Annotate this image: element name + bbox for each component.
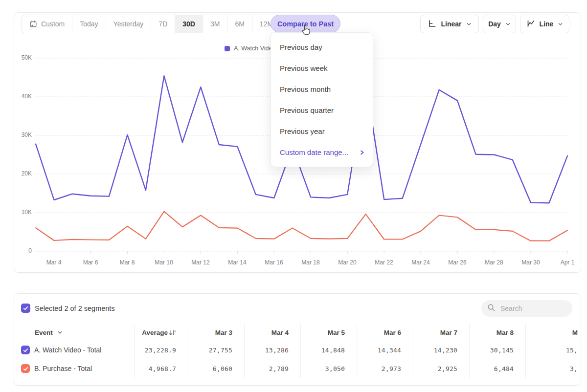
table-header-label: Event	[35, 329, 53, 336]
scale-label: Linear	[441, 20, 461, 28]
table-header-cell-8: M	[525, 324, 582, 341]
y-axis-tick-label: 40K	[15, 93, 32, 100]
segments-card: Selected 2 of 2 segments EventAverageMar…	[14, 293, 581, 386]
range-label: 6M	[235, 20, 244, 28]
sort-icon	[169, 329, 176, 336]
table-header-label: M	[572, 329, 578, 336]
interval-dropdown-button[interactable]: Day	[483, 15, 516, 33]
table-header-cell-4: Mar 5	[300, 324, 357, 341]
menu-item-label: Previous year	[280, 127, 325, 135]
search-input[interactable]	[499, 304, 565, 313]
chevron-down-icon	[558, 22, 563, 27]
menu-item-label: Previous day	[280, 43, 322, 51]
linear-axes-icon	[428, 19, 436, 28]
table-header-label: Mar 3	[215, 329, 232, 336]
range-button-custom[interactable]: Custom	[22, 15, 72, 33]
x-axis-tick-label: Mar 6	[75, 259, 106, 266]
table-header-cell-2: Mar 3	[188, 324, 244, 341]
event-cell: A. Watch Video - Total	[14, 341, 134, 359]
range-label: Custom	[41, 20, 65, 28]
y-axis-tick-label: 50K	[15, 54, 32, 61]
menu-item-previous-year[interactable]: Previous year	[271, 121, 373, 142]
range-button-today[interactable]: Today	[72, 15, 105, 33]
chevron-down-icon	[505, 21, 511, 28]
range-label: 30D	[182, 20, 195, 28]
x-axis-tick-label: Mar 20	[332, 259, 363, 266]
x-axis-tick-label: Mar 12	[185, 259, 216, 266]
menu-item-custom-date-range[interactable]: Custom date range...	[271, 142, 373, 163]
chevron-down-icon	[466, 21, 472, 28]
table-row-purchase: B. Purchase - Total4,968.76,0602,7893,05…	[14, 359, 581, 378]
menu-item-previous-day[interactable]: Previous day	[271, 37, 373, 58]
value-cell: 13,286	[244, 341, 300, 359]
chart-type-label: Line	[540, 20, 554, 28]
check-icon	[23, 347, 29, 353]
range-button-yesterday[interactable]: Yesterday	[106, 15, 151, 33]
check-icon	[23, 305, 29, 311]
chevron-down-icon	[505, 22, 511, 27]
row-checkbox[interactable]	[21, 346, 30, 354]
selected-summary: Selected 2 of 2 segments	[35, 305, 115, 312]
menu-item-previous-quarter[interactable]: Previous quarter	[271, 100, 373, 121]
range-label: 3M	[210, 20, 220, 28]
y-axis-tick-label: 0	[15, 247, 32, 254]
line-chart-icon	[526, 19, 535, 29]
value-cell: 6,484	[469, 359, 525, 378]
value-cell: 15,	[525, 341, 582, 359]
value-cell: 2,925	[413, 359, 469, 378]
search-icon	[487, 304, 496, 312]
menu-item-previous-week[interactable]: Previous week	[271, 58, 373, 79]
x-axis-tick-label: Mar 14	[222, 259, 253, 266]
range-button-6m[interactable]: 6M	[227, 15, 251, 33]
menu-item-label: Previous quarter	[280, 106, 334, 114]
table-header-cell-7: Mar 8	[469, 324, 525, 341]
table-body: A. Watch Video - Total23,228.927,75513,2…	[14, 341, 581, 378]
menu-item-label: Custom date range...	[280, 148, 348, 156]
value-cell: 3,	[525, 359, 582, 378]
x-axis-tick-label: Mar 10	[148, 259, 180, 266]
menu-item-previous-month[interactable]: Previous month	[271, 79, 373, 100]
chart-type-dropdown-button[interactable]: Line	[520, 15, 569, 33]
legend-swatch	[225, 46, 230, 51]
table-header-label: Mar 8	[497, 329, 514, 336]
x-axis-tick-label: Mar 30	[515, 259, 546, 266]
event-label: B. Purchase - Total	[34, 365, 92, 372]
table-header-label: Mar 6	[384, 329, 401, 336]
row-checkbox[interactable]	[21, 364, 30, 373]
range-button-30d[interactable]: 30D	[175, 15, 203, 33]
table-header-cell-0[interactable]: Event	[14, 324, 134, 341]
chevron-down-icon	[57, 330, 63, 335]
x-axis-tick-label: Mar 26	[442, 259, 473, 266]
range-label: Today	[80, 20, 98, 28]
table-header-cell-1[interactable]: Average	[134, 324, 188, 341]
table-header-label: Average	[142, 329, 168, 336]
table-header-cell-5: Mar 6	[357, 324, 413, 341]
compare-to-past-menu: Previous dayPrevious weekPrevious monthP…	[271, 32, 373, 167]
range-label: Yesterday	[113, 20, 144, 28]
range-button-7d[interactable]: 7D	[151, 15, 175, 33]
value-cell: 3,050	[300, 359, 357, 378]
range-button-3m[interactable]: 3M	[203, 15, 227, 33]
value-cell: 14,230	[413, 341, 469, 359]
value-cell: 14,344	[357, 341, 413, 359]
value-cell: 30,145	[469, 341, 525, 359]
value-cell: 23,228.9	[134, 341, 188, 359]
select-all-checkbox[interactable]	[21, 304, 30, 313]
line-chart-icon	[526, 19, 535, 28]
range-label: 7D	[158, 20, 167, 28]
check-icon	[23, 366, 29, 372]
x-axis-tick-label: Mar 22	[368, 259, 400, 266]
value-cell: 6,060	[188, 359, 244, 378]
table-header-label: Mar 4	[271, 329, 289, 336]
table-header-cell-6: Mar 7	[413, 324, 469, 341]
menu-item-label: Previous week	[280, 64, 328, 72]
event-cell: B. Purchase - Total	[14, 359, 134, 378]
scale-dropdown-button[interactable]: Linear	[420, 15, 479, 33]
value-cell: 27,755	[188, 341, 244, 359]
search-icon	[487, 304, 496, 314]
x-axis-tick-label: Mar 16	[258, 259, 290, 266]
search-box	[481, 300, 572, 317]
value-cell: 14,848	[300, 341, 357, 359]
x-axis-tick-label: Mar 8	[112, 259, 143, 266]
x-axis-tick-label: Apr 1	[552, 259, 583, 266]
